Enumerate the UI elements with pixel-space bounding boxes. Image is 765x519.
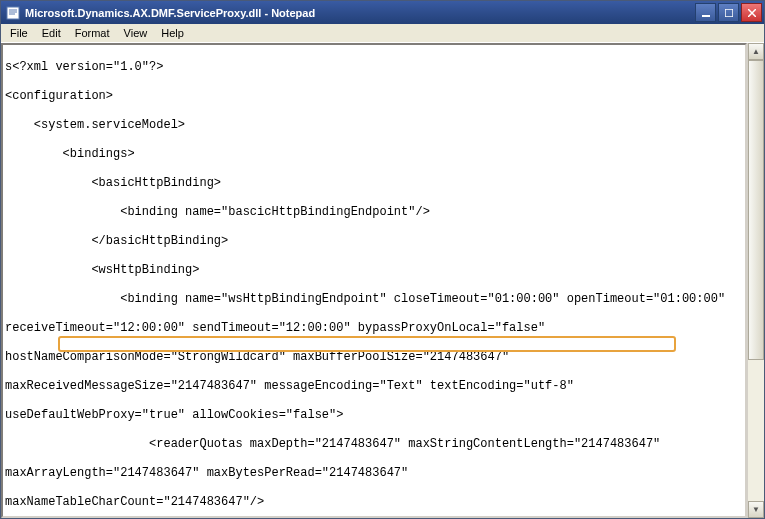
window-title: Microsoft.Dynamics.AX.DMF.ServiceProxy.d… [25, 7, 695, 19]
vertical-scrollbar[interactable]: ▲ ▼ [747, 43, 764, 518]
window-controls [695, 3, 762, 22]
text-line: </basicHttpBinding> [5, 234, 743, 249]
svg-rect-2 [725, 9, 733, 17]
svg-rect-1 [702, 15, 710, 17]
maximize-button[interactable] [718, 3, 739, 22]
text-line: <wsHttpBinding> [5, 263, 743, 278]
scroll-up-button[interactable]: ▲ [748, 43, 764, 60]
text-line: <configuration> [5, 89, 743, 104]
titlebar[interactable]: Microsoft.Dynamics.AX.DMF.ServiceProxy.d… [1, 1, 764, 24]
scroll-thumb[interactable] [748, 60, 764, 360]
menu-view[interactable]: View [117, 25, 155, 41]
menu-format[interactable]: Format [68, 25, 117, 41]
text-editor[interactable]: s<?xml version="1.0"?> <configuration> <… [1, 43, 747, 518]
text-line: <readerQuotas maxDepth="2147483647" maxS… [5, 437, 743, 452]
close-button[interactable] [741, 3, 762, 22]
text-line: maxReceivedMessageSize="2147483647" mess… [5, 379, 743, 394]
svg-rect-0 [7, 7, 19, 19]
scroll-down-button[interactable]: ▼ [748, 501, 764, 518]
menu-edit[interactable]: Edit [35, 25, 68, 41]
minimize-button[interactable] [695, 3, 716, 22]
text-line: <binding name="wsHttpBindingEndpoint" cl… [5, 292, 743, 307]
text-line: <basicHttpBinding> [5, 176, 743, 191]
app-icon [5, 5, 21, 21]
content-area: s<?xml version="1.0"?> <configuration> <… [1, 43, 764, 518]
text-line: maxArrayLength="2147483647" maxBytesPerR… [5, 466, 743, 481]
menubar: File Edit Format View Help [1, 24, 764, 43]
text-line: useDefaultWebProxy="true" allowCookies="… [5, 408, 743, 423]
text-line: receiveTimeout="12:00:00" sendTimeout="1… [5, 321, 743, 336]
text-line: <system.serviceModel> [5, 118, 743, 133]
scroll-track[interactable] [748, 60, 764, 501]
text-line: maxNameTableCharCount="2147483647"/> [5, 495, 743, 510]
menu-help[interactable]: Help [154, 25, 191, 41]
text-line: s<?xml version="1.0"?> [5, 60, 743, 75]
text-line: hostNameComparisonMode="StrongWildcard" … [5, 350, 743, 365]
text-line: <binding name="bascicHttpBindingEndpoint… [5, 205, 743, 220]
menu-file[interactable]: File [3, 25, 35, 41]
text-line: <bindings> [5, 147, 743, 162]
